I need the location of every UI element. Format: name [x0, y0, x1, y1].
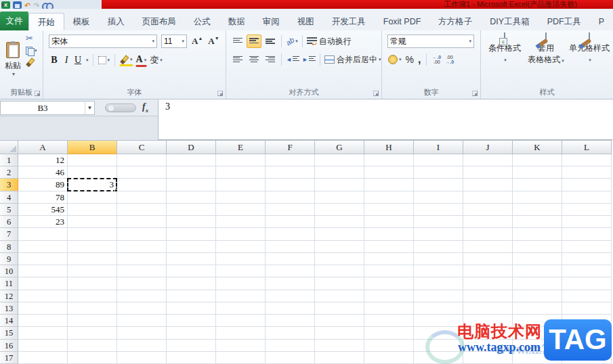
cell-H1[interactable]	[364, 154, 414, 166]
cell-G10[interactable]	[315, 265, 364, 277]
cell-B17[interactable]	[68, 352, 117, 364]
cell-B3[interactable]: 3	[68, 179, 117, 191]
cell-I7[interactable]	[414, 228, 463, 240]
cell-styles-button[interactable]: 单元格样式 ▾	[568, 33, 611, 64]
phonetic-guide-button[interactable]: 变▾	[149, 53, 163, 67]
underline-dropdown-icon[interactable]: ▾	[86, 58, 89, 63]
cell-F14[interactable]	[266, 315, 315, 327]
row-header-4[interactable]: 4	[0, 191, 18, 204]
number-format-combo[interactable]: 常规 ▾	[387, 35, 474, 48]
row-header-7[interactable]: 7	[0, 228, 18, 240]
cell-H6[interactable]	[364, 216, 414, 228]
cell-J5[interactable]	[463, 204, 513, 216]
formula-input[interactable]: 3	[158, 99, 613, 139]
cell-L11[interactable]	[562, 277, 612, 290]
cell-H8[interactable]	[364, 241, 414, 253]
cell-H9[interactable]	[364, 253, 414, 265]
decrease-decimal-button[interactable]: .00→.0	[444, 54, 455, 65]
cell-D13[interactable]	[167, 302, 216, 315]
font-color-button[interactable]: A▾	[135, 53, 148, 67]
cell-C3[interactable]	[117, 179, 167, 191]
column-header-G[interactable]: G	[315, 140, 364, 154]
name-box-dropdown-icon[interactable]: ▼	[85, 101, 94, 114]
cell-H4[interactable]	[364, 191, 414, 204]
cell-D5[interactable]	[167, 204, 216, 216]
cell-H7[interactable]	[364, 228, 414, 240]
cell-K8[interactable]	[513, 241, 562, 253]
cell-E7[interactable]	[216, 228, 266, 240]
cell-H17[interactable]	[364, 352, 414, 364]
tab-DIY工具箱[interactable]: DIY工具箱	[481, 13, 538, 30]
cell-A10[interactable]	[18, 265, 68, 277]
column-header-C[interactable]: C	[117, 140, 167, 154]
cell-I5[interactable]	[414, 204, 463, 216]
cell-L16[interactable]	[562, 340, 612, 352]
cell-J3[interactable]	[463, 179, 513, 191]
wrap-text-button[interactable]: ↩ 自动换行	[306, 35, 352, 48]
formula-bar-handle[interactable]	[105, 104, 136, 112]
cell-G5[interactable]	[315, 204, 364, 216]
cell-G3[interactable]	[315, 179, 364, 191]
cell-C8[interactable]	[117, 241, 167, 253]
cell-L17[interactable]	[562, 352, 612, 364]
cell-I1[interactable]	[414, 154, 463, 166]
cell-C15[interactable]	[117, 327, 167, 339]
cell-D6[interactable]	[167, 216, 216, 228]
undo-icon[interactable]: ↶	[24, 2, 30, 9]
cell-J17[interactable]	[463, 352, 513, 364]
cut-icon[interactable]: ✂	[26, 33, 33, 43]
cell-E13[interactable]	[216, 302, 266, 315]
cell-L14[interactable]	[562, 315, 612, 327]
cell-I4[interactable]	[414, 191, 463, 204]
cell-D10[interactable]	[167, 265, 216, 277]
column-header-H[interactable]: H	[364, 140, 414, 154]
align-left-button[interactable]	[230, 53, 245, 66]
column-header-L[interactable]: L	[562, 140, 612, 154]
cell-A12[interactable]	[18, 290, 68, 302]
cell-K3[interactable]	[513, 179, 562, 191]
fill-color-button[interactable]: ▾	[119, 55, 133, 66]
chevron-down-icon[interactable]: ▾	[152, 39, 154, 44]
cell-C5[interactable]	[117, 204, 167, 216]
cell-B7[interactable]	[68, 228, 117, 240]
cell-B8[interactable]	[68, 241, 117, 253]
cell-G9[interactable]	[315, 253, 364, 265]
cell-I16[interactable]	[414, 340, 463, 352]
cell-D1[interactable]	[167, 154, 216, 166]
cell-F2[interactable]	[266, 166, 315, 179]
decrease-font-size-button[interactable]: A▼	[207, 35, 219, 47]
cell-B14[interactable]	[68, 315, 117, 327]
underline-button[interactable]: U	[73, 54, 83, 66]
cell-D14[interactable]	[167, 315, 216, 327]
cell-F1[interactable]	[266, 154, 315, 166]
cell-A8[interactable]	[18, 241, 68, 253]
cell-B13[interactable]	[68, 302, 117, 315]
cell-H13[interactable]	[364, 302, 414, 315]
cell-I13[interactable]	[414, 302, 463, 315]
cell-A11[interactable]	[18, 277, 68, 290]
cell-L7[interactable]	[562, 228, 612, 240]
tab-PDF工具[interactable]: PDF工具	[538, 13, 590, 30]
tab-P[interactable]: P	[590, 13, 613, 30]
cell-I6[interactable]	[414, 216, 463, 228]
cell-C12[interactable]	[117, 290, 167, 302]
cell-G8[interactable]	[315, 241, 364, 253]
cell-A5[interactable]: 545	[18, 204, 68, 216]
cell-F5[interactable]	[266, 204, 315, 216]
tab-file[interactable]: 文件	[0, 12, 28, 30]
cell-A3[interactable]: 89	[18, 179, 68, 191]
cell-D2[interactable]	[167, 166, 216, 179]
cell-B4[interactable]	[68, 191, 117, 204]
cell-C16[interactable]	[117, 340, 167, 352]
row-header-6[interactable]: 6	[0, 216, 18, 228]
orientation-button[interactable]: ab▾	[285, 37, 299, 46]
row-header-17[interactable]: 17	[0, 352, 18, 364]
cell-L9[interactable]	[562, 253, 612, 265]
cell-C10[interactable]	[117, 265, 167, 277]
cell-A9[interactable]	[18, 253, 68, 265]
cell-K15[interactable]	[513, 327, 562, 339]
number-dialog-launcher-icon[interactable]	[472, 91, 478, 96]
cell-B1[interactable]	[68, 154, 117, 166]
cell-K4[interactable]	[513, 191, 562, 204]
format-as-table-button[interactable]: 套用 表格格式▾	[526, 33, 566, 66]
